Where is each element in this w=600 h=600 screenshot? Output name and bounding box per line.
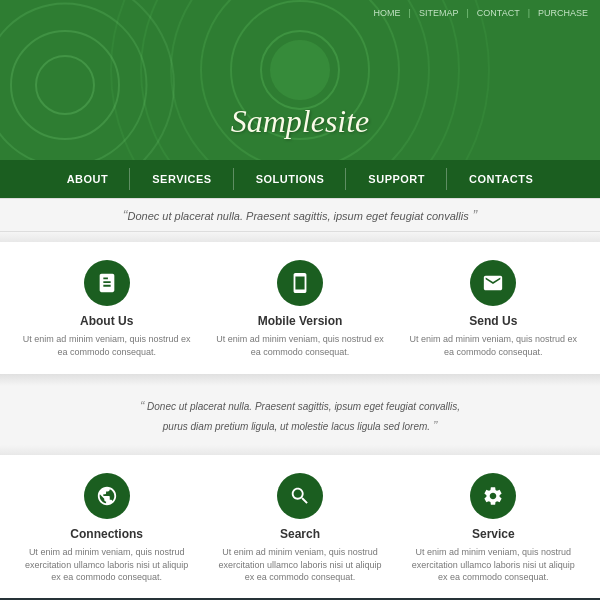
nav-contact[interactable]: CONTACT [477,8,520,18]
header-top-nav: HOME | SITEMAP | CONTACT | PURCHASE [374,8,588,18]
feature-search-title: Search [280,527,320,541]
quote-strip-1: Donec ut placerat nulla. Praesent sagitt… [0,198,600,232]
feature-mobile-title: Mobile Version [258,314,343,328]
feature-mobile-version: Mobile Version Ut enim ad minim veniam, … [215,260,385,358]
feature-send-us: Send Us Ut enim ad minim veniam, quis no… [408,260,578,358]
search-icon [277,473,323,519]
shadow-strip-top [0,232,600,242]
features-top-section: About Us Ut enim ad minim veniam, quis n… [0,242,600,374]
feature-mobile-desc: Ut enim ad minim veniam, quis nostrud ex… [215,333,385,358]
feature-send-us-desc: Ut enim ad minim veniam, quis nostrud ex… [408,333,578,358]
nav-contacts[interactable]: CONTACTS [447,160,555,198]
feature-service: Service Ut enim ad minim veniam, quis no… [408,473,578,584]
nav-about[interactable]: ABOUT [45,160,131,198]
service-icon [470,473,516,519]
features-bottom-section: Connections Ut enim ad minim veniam, qui… [0,455,600,598]
nav-solutions[interactable]: SOLUTIONS [234,160,347,198]
quote2-text: Donec ut placerat nulla. Praesent sagitt… [147,401,460,432]
feature-connections: Connections Ut enim ad minim veniam, qui… [22,473,192,584]
feature-about-us: About Us Ut enim ad minim veniam, quis n… [22,260,192,358]
about-us-icon [84,260,130,306]
nav-purchase[interactable]: PURCHASE [538,8,588,18]
feature-service-desc: Ut enim ad minim veniam, quis nostrud ex… [408,546,578,584]
send-us-icon [470,260,516,306]
nav-services[interactable]: SERVICES [130,160,233,198]
feature-search: Search Ut enim ad minim veniam, quis nos… [215,473,385,584]
feature-search-desc: Ut enim ad minim veniam, quis nostrud ex… [215,546,385,584]
circles-left-decoration [0,0,190,160]
site-title: Samplesite [231,103,370,140]
feature-about-us-desc: Ut enim ad minim veniam, quis nostrud ex… [22,333,192,358]
shadow-strip-middle [0,374,600,386]
feature-connections-title: Connections [70,527,143,541]
nav-home[interactable]: HOME [374,8,401,18]
feature-service-title: Service [472,527,515,541]
feature-connections-desc: Ut enim ad minim veniam, quis nostrud ex… [22,546,192,584]
nav-sitemap[interactable]: SITEMAP [419,8,459,18]
shadow-strip-top2 [0,445,600,455]
main-navbar: ABOUT SERVICES SOLUTIONS SUPPORT CONTACT… [0,160,600,198]
connections-icon [84,473,130,519]
quote-strip-2: “ Donec ut placerat nulla. Praesent sagi… [0,386,600,445]
feature-send-us-title: Send Us [469,314,517,328]
feature-about-us-title: About Us [80,314,133,328]
mobile-version-icon [277,260,323,306]
header: HOME | SITEMAP | CONTACT | PURCHASE Samp… [0,0,600,160]
nav-support[interactable]: SUPPORT [346,160,447,198]
